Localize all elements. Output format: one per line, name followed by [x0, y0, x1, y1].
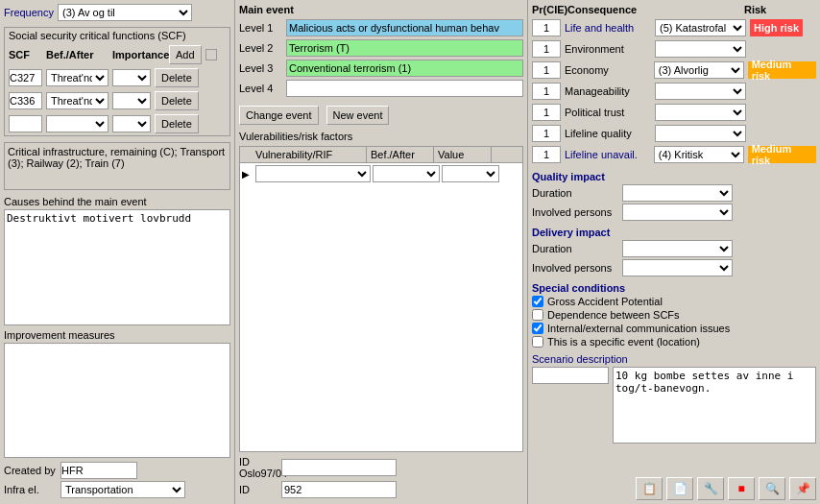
consequence-life: Life and health: [565, 22, 651, 34]
special-conditions-label: Special conditions: [532, 282, 816, 294]
scf-row-3-scf[interactable]: [9, 115, 42, 132]
id-input[interactable]: [281, 481, 397, 498]
vuln-bef-select[interactable]: [373, 165, 440, 182]
level2-input[interactable]: [286, 39, 523, 57]
risk-econ: Medium risk: [748, 61, 816, 79]
scf-title: Social security critical functions (SCF): [5, 28, 229, 43]
scf-row-2-importance[interactable]: [112, 92, 151, 109]
toolbar-btn-2[interactable]: 📄: [666, 477, 693, 500]
change-event-button[interactable]: Change event: [239, 106, 319, 125]
toolbar-btn-1[interactable]: 📋: [636, 477, 663, 500]
scf-row-2-delete[interactable]: Delete: [155, 91, 199, 110]
delivery-persons-select[interactable]: [622, 259, 733, 276]
improvement-label: Improvement measures: [4, 329, 230, 341]
new-event-button[interactable]: New event: [326, 106, 390, 125]
consequence-life-select[interactable]: (5) Katastrofal: [655, 19, 746, 36]
delivery-impact-label: Delivery impact: [532, 227, 816, 238]
pr-7[interactable]: [532, 146, 561, 163]
level4-input[interactable]: [286, 80, 523, 97]
scf-row-1-delete[interactable]: Delete: [155, 68, 199, 87]
level1-input[interactable]: [286, 19, 523, 36]
pr-6[interactable]: [532, 125, 561, 142]
checkbox-internal-label: Internal/external communication issues: [547, 323, 730, 334]
improvement-textarea[interactable]: [4, 343, 230, 459]
consequence-political-select[interactable]: [655, 104, 746, 121]
id-label: ID: [239, 484, 277, 495]
quality-impact-label: Quality impact: [532, 171, 816, 182]
wrench-icon: 🔧: [704, 482, 718, 495]
scf-row-3-delete[interactable]: Delete: [155, 114, 199, 133]
pr-4[interactable]: [532, 83, 561, 100]
infra-select[interactable]: Transportation: [60, 481, 185, 498]
infra-label: Infra el.: [4, 484, 57, 495]
checkbox-dependence[interactable]: [532, 309, 543, 321]
consequence-label: Consequence: [567, 4, 742, 15]
toolbar-btn-6[interactable]: 📌: [789, 477, 816, 500]
main-event-label: Main event: [239, 4, 523, 15]
quality-persons-select[interactable]: [622, 204, 733, 221]
doc-icon: 📄: [673, 482, 687, 495]
scenario-textarea[interactable]: 10 kg bombe settes av inne i tog/t-banev…: [613, 367, 816, 444]
vuln-value-select[interactable]: [442, 165, 499, 182]
consequence-env-select[interactable]: [655, 40, 746, 58]
scf-row-2-scf[interactable]: [9, 92, 42, 109]
consequence-econ-select[interactable]: (3) Alvorlig: [654, 61, 744, 79]
vuln-col-bef: Bef./After: [367, 147, 434, 162]
quality-duration-label: Duration: [532, 187, 618, 199]
risk-political: [750, 104, 758, 121]
consequence-political: Political trust: [565, 107, 651, 118]
pr-2[interactable]: [532, 40, 561, 58]
created-by-label: Created by: [4, 465, 57, 476]
frequency-label: Frequency: [4, 7, 54, 18]
scf-row-1-importance[interactable]: [112, 69, 151, 86]
consequence-lifeline-q-select[interactable]: [655, 125, 746, 142]
scf-row-3-bef[interactable]: [46, 115, 109, 132]
vuln-col-rif: Vulnerability/RIF: [252, 147, 367, 162]
toolbar-btn-4[interactable]: ■: [728, 477, 755, 500]
consequence-econ: Economy: [565, 64, 650, 76]
vuln-rif-select[interactable]: [255, 165, 371, 182]
pr-5[interactable]: [532, 104, 561, 121]
scf-add-button[interactable]: Add: [169, 45, 202, 64]
frequency-select[interactable]: (3) Av og til: [58, 4, 192, 21]
delivery-persons-label: Involved persons: [532, 262, 618, 274]
causes-textarea[interactable]: Destruktivt motivert lovbrudd: [4, 209, 230, 325]
copy-icon: 📋: [642, 482, 657, 495]
toolbar-btn-3[interactable]: 🔧: [697, 477, 724, 500]
level1-label: Level 1: [239, 22, 282, 34]
level2-label: Level 2: [239, 42, 282, 54]
vuln-table: Vulnerability/RIF Bef./After Value ▶: [239, 146, 523, 452]
pr-cie-label: Pr(CIE): [532, 4, 566, 15]
pin-icon: 📌: [796, 482, 810, 495]
scf-row-1-bef[interactable]: Threat'nd: [46, 69, 109, 86]
quality-duration-select[interactable]: [622, 184, 733, 202]
filter-icon: 🔍: [765, 482, 780, 495]
created-by-input[interactable]: [60, 462, 137, 479]
consequence-lifeline-u-select[interactable]: (4) Kritisk: [654, 146, 744, 163]
level3-input[interactable]: [286, 60, 523, 77]
pr-1[interactable]: [532, 19, 561, 36]
vuln-row-arrow: ▶: [242, 169, 253, 180]
risk-label: Risk: [744, 4, 816, 15]
scf-col-importance: Importance: [112, 49, 165, 60]
checkbox-internal[interactable]: [532, 323, 543, 334]
scenario-input[interactable]: [532, 367, 609, 384]
red-square-icon: ■: [737, 482, 744, 495]
scenario-label: Scenario description: [532, 353, 816, 365]
risk-lifeline-u: Medium risk: [748, 146, 816, 163]
consequence-manage-select[interactable]: [655, 83, 746, 100]
checkbox-specific[interactable]: [532, 336, 543, 348]
scf-row-2-bef[interactable]: Threat'nd: [46, 92, 109, 109]
scf-col-bef: Bef./After: [46, 49, 109, 60]
risk-manage: [750, 83, 758, 100]
level3-label: Level 3: [239, 62, 282, 74]
scf-row-1-scf[interactable]: [9, 69, 42, 86]
id-oslo-input[interactable]: [281, 459, 397, 476]
pr-3[interactable]: [532, 61, 561, 79]
checkbox-gross-label: Gross Accident Potential: [547, 296, 663, 307]
toolbar-btn-5[interactable]: 🔍: [759, 477, 785, 500]
delivery-duration-select[interactable]: [622, 240, 733, 257]
scf-row-3-importance[interactable]: [112, 115, 151, 132]
checkbox-gross[interactable]: [532, 296, 543, 307]
vuln-col-value: Value: [434, 147, 492, 162]
